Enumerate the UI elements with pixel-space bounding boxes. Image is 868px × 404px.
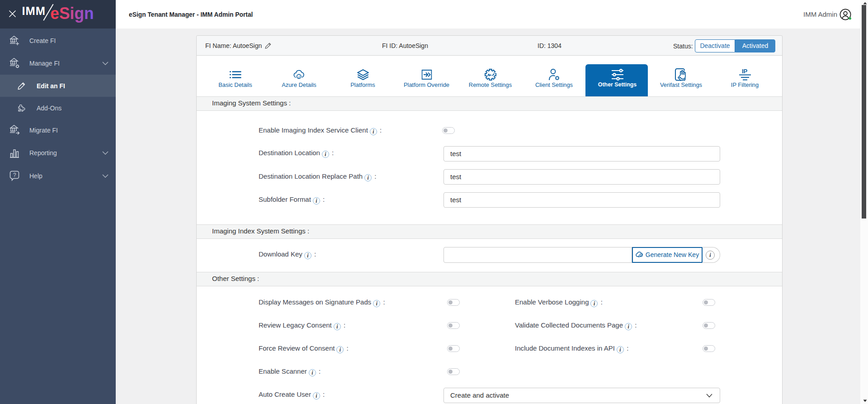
svg-text:eSign: eSign	[50, 4, 94, 23]
svg-text:IMM: IMM	[22, 5, 45, 17]
svg-text:?: ?	[13, 172, 16, 178]
svg-text:IP: IP	[742, 69, 748, 75]
